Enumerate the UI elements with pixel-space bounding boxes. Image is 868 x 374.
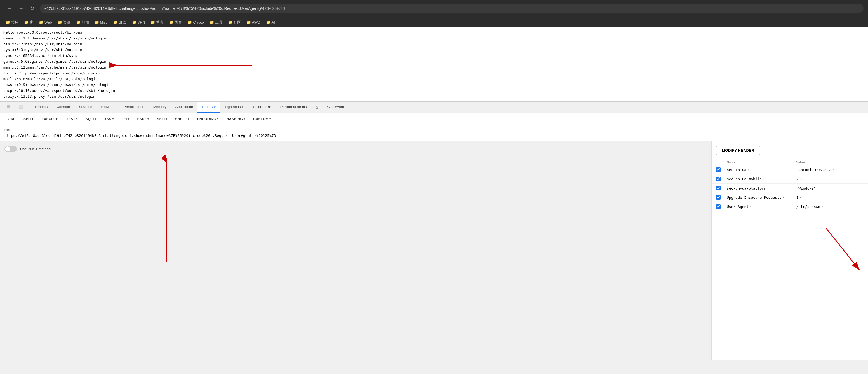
name-column-label: Name <box>727 161 794 164</box>
bookmark-icon: 📁 <box>76 20 81 24</box>
forward-button[interactable]: → <box>16 4 26 12</box>
bookmark-ai[interactable]: 📁 AI <box>264 19 277 26</box>
tab-memory[interactable]: Memory <box>149 102 171 113</box>
custom-button[interactable]: CUSTOM ▾ <box>250 115 274 123</box>
split-button[interactable]: SPLIT <box>20 115 37 123</box>
left-panel: Use POST method <box>0 141 711 360</box>
header-value-dropdown-sec-ch-ua[interactable]: ▾ <box>833 168 834 171</box>
tab-menu-icon[interactable]: ☰ <box>2 102 14 113</box>
header-value-dropdown-platform[interactable]: ▾ <box>817 187 819 190</box>
tab-lighthouse[interactable]: Lighthouse <box>220 102 247 113</box>
bookmark-绑[interactable]: 📁 绑 <box>22 19 35 26</box>
tab-clockwork[interactable]: Clockwork <box>323 102 348 113</box>
content-area: Hello root:x:0:0:root:/root:/bin/bashdae… <box>0 27 868 101</box>
content-line: uucp:x:10:10:uucp:/var/spool/uucp:/usr/s… <box>3 88 865 94</box>
sqli-dropdown-arrow: ▾ <box>95 117 96 120</box>
header-value-dropdown-upgrade[interactable]: ▾ <box>800 196 801 199</box>
ssrf-button[interactable]: SSRF ▾ <box>134 115 152 123</box>
bookmark-crypto[interactable]: 📁 Crypto <box>185 19 206 26</box>
bookmark-icon: 📁 <box>266 20 271 24</box>
bookmark-icon: 📁 <box>6 20 10 24</box>
lfi-dropdown-arrow: ▾ <box>128 117 129 120</box>
bookmark-icon: 📁 <box>113 20 118 24</box>
bookmark-label: 工具 <box>215 20 222 25</box>
bookmark-label: 解加 <box>82 20 89 25</box>
header-checkbox-sec-ch-ua-platform[interactable] <box>716 186 721 190</box>
page-content: Hello root:x:0:0:root:/root:/bin/bashdae… <box>0 27 868 101</box>
tab-elements[interactable]: Elements <box>28 102 52 113</box>
bookmark-icon: 📁 <box>95 20 99 24</box>
bookmark-国赛[interactable]: 📁 国赛 <box>167 19 184 26</box>
bookmark-博客[interactable]: 📁 博客 <box>148 19 165 26</box>
tab-hackbar[interactable]: HackBar <box>197 102 220 113</box>
bookmark-awd[interactable]: 📁 AWD <box>244 19 263 26</box>
bookmark-常用[interactable]: 📁 常用 <box>3 19 21 26</box>
red-arrow-diagonal <box>812 225 868 281</box>
bookmark-web[interactable]: 📁 Web <box>37 19 54 26</box>
lfi-button[interactable]: LFI ▾ <box>118 115 132 123</box>
content-line: sync:x:4:65534:sync:/bin:/bin/sync <box>3 53 865 59</box>
header-checkbox-sec-ch-ua[interactable] <box>716 167 721 172</box>
tab-inspect-icon[interactable]: ⬜ <box>14 102 28 113</box>
load-button[interactable]: LOAD <box>2 115 19 123</box>
header-name-dropdown-mobile[interactable]: ▾ <box>763 177 765 180</box>
bookmark-label: 博客 <box>156 20 163 25</box>
header-value-sec-ch-ua-platform: "Windows" ▾ <box>796 186 864 190</box>
bookmark-misc[interactable]: 📁 Misc <box>92 19 110 26</box>
bookmark-icon: 📁 <box>151 20 155 24</box>
encoding-button[interactable]: ENCODING ▾ <box>193 115 222 123</box>
header-row-sec-ch-ua: sec-ch-ua ▾ "Chromium";v="12 ▾ <box>712 165 868 174</box>
bookmark-资源[interactable]: 📁 资源 <box>55 19 73 26</box>
header-checkbox-sec-ch-ua-mobile[interactable] <box>716 177 721 181</box>
content-line: news:x:9:9:news:/var/spool/news:/usr/sbi… <box>3 82 865 88</box>
header-name-dropdown-sec-ch-ua[interactable]: ▾ <box>747 168 749 171</box>
header-checkbox-upgrade-insecure[interactable] <box>716 195 721 200</box>
hashing-dropdown-arrow: ▾ <box>244 117 245 120</box>
content-line: games:x:5:60:games:/usr/games:/usr/sbin/… <box>3 59 865 65</box>
content-line: bin:x:2:2:bin:/bin:/usr/sbin/nologin <box>3 41 865 47</box>
bookmark-src[interactable]: 📁 SRC <box>111 19 128 26</box>
header-name-dropdown-useragent[interactable]: ▾ <box>750 205 751 208</box>
header-name-dropdown-upgrade[interactable]: ▾ <box>783 196 784 199</box>
right-panel: MODIFY HEADER Name Value sec-ch-ua ▾ "Ch… <box>711 141 868 360</box>
url-input[interactable] <box>4 134 864 138</box>
tab-application[interactable]: Application <box>171 102 198 113</box>
bookmark-解加[interactable]: 📁 解加 <box>74 19 91 26</box>
execute-button[interactable]: EXECUTE <box>38 115 62 123</box>
red-arrow-vertical <box>162 155 170 267</box>
modify-header-button[interactable]: MODIFY HEADER <box>716 146 760 155</box>
hashing-button[interactable]: HASHING ▾ <box>223 115 249 123</box>
ssti-button[interactable]: SSTI ▾ <box>154 115 170 123</box>
header-name-sec-ch-ua-platform: sec-ch-ua-platform ▾ <box>727 186 794 190</box>
xss-button[interactable]: XSS ▾ <box>101 115 117 123</box>
value-column-label: Value <box>796 161 864 164</box>
header-name-dropdown-platform[interactable]: ▾ <box>767 187 769 190</box>
refresh-button[interactable]: ↻ <box>28 4 37 12</box>
address-bar[interactable]: e12bf8ac-31cc-4191-b742-b8261494b8e3.cha… <box>40 4 864 13</box>
content-line: www-data:x:33:33:www-data:/var/www:/usr/… <box>3 100 865 101</box>
sqli-button[interactable]: SQLI ▾ <box>82 115 100 123</box>
header-checkbox-user-agent[interactable] <box>716 204 721 209</box>
post-method-toggle: Use POST method <box>4 146 707 152</box>
tab-console[interactable]: Console <box>52 102 74 113</box>
header-value-dropdown-mobile[interactable]: ▾ <box>802 177 803 180</box>
tab-performance[interactable]: Performance <box>119 102 149 113</box>
bookmark-label: 常用 <box>11 20 19 25</box>
bookmark-icon: 📁 <box>132 20 136 24</box>
header-value-dropdown-useragent[interactable]: ▾ <box>822 205 823 208</box>
bookmark-工具[interactable]: 📁 工具 <box>207 19 225 26</box>
back-button[interactable]: ← <box>4 4 14 12</box>
bookmark-社区[interactable]: 📁 社区 <box>226 19 243 26</box>
bookmark-icon: 📁 <box>228 20 232 24</box>
test-button[interactable]: TEST ▾ <box>63 115 81 123</box>
tab-network[interactable]: Network <box>97 102 119 113</box>
tab-performance-insights[interactable]: Performance insights △ <box>276 102 323 113</box>
header-value-sec-ch-ua: "Chromium";v="12 ▾ <box>796 168 864 172</box>
bookmark-vpn[interactable]: 📁 VPN <box>130 19 147 26</box>
header-value-sec-ch-ua-mobile: ?0 ▾ <box>796 177 864 181</box>
tab-recorder[interactable]: Recorder ⏺ <box>247 102 276 113</box>
shell-button[interactable]: SHELL ▾ <box>172 115 192 123</box>
header-name-upgrade-insecure: Upgrade-Insecure-Requests ▾ <box>727 195 794 200</box>
post-method-toggle-switch[interactable] <box>4 146 17 152</box>
tab-sources[interactable]: Sources <box>74 102 97 113</box>
